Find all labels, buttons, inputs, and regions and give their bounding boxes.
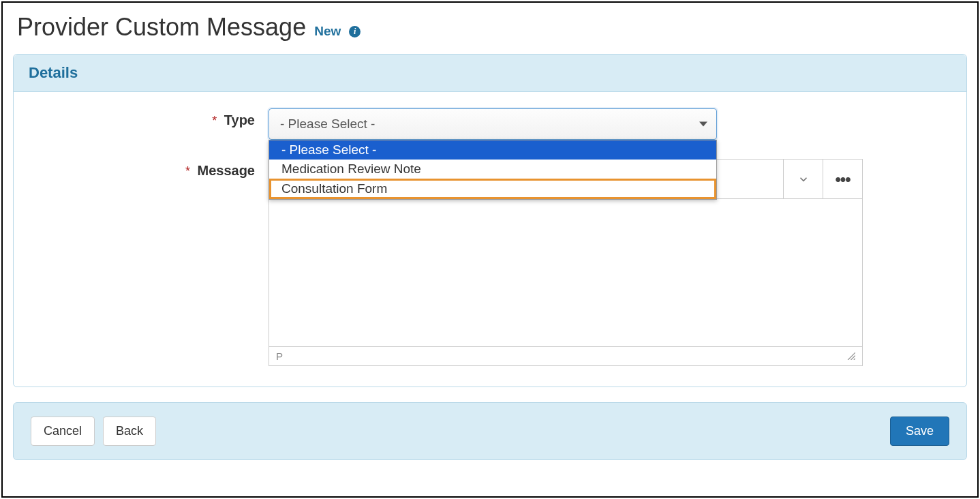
toolbar-more-button[interactable]: ••• bbox=[823, 160, 862, 198]
type-select-value: - Please Select - bbox=[280, 117, 375, 132]
type-dropdown-list: - Please Select - Medication Review Note… bbox=[269, 140, 717, 200]
type-option-consultation-form[interactable]: Consultation Form bbox=[269, 179, 716, 199]
panel-title: Details bbox=[29, 64, 78, 81]
editor-path: P bbox=[276, 350, 283, 362]
page-title: Provider Custom Message bbox=[17, 13, 306, 42]
save-button[interactable]: Save bbox=[890, 417, 949, 446]
page-header: Provider Custom Message New i bbox=[13, 13, 967, 42]
required-indicator: * bbox=[212, 114, 217, 127]
message-textarea[interactable] bbox=[269, 199, 862, 346]
type-row: * Type - Please Select - - Please Select… bbox=[29, 108, 951, 140]
required-indicator: * bbox=[185, 164, 190, 178]
info-icon[interactable]: i bbox=[349, 26, 361, 37]
type-select[interactable]: - Please Select - bbox=[269, 108, 717, 140]
action-button-bar: Cancel Back Save bbox=[13, 402, 967, 460]
type-option-please-select[interactable]: - Please Select - bbox=[269, 140, 716, 160]
details-panel: Details * Type - Please Select - - bbox=[13, 54, 967, 387]
chevron-down-icon bbox=[797, 173, 810, 185]
panel-header: Details bbox=[14, 55, 966, 92]
resize-handle-icon[interactable] bbox=[846, 350, 855, 362]
toolbar-expand-button[interactable] bbox=[783, 160, 823, 198]
message-label: Message bbox=[198, 163, 256, 178]
type-option-medication-review[interactable]: Medication Review Note bbox=[269, 160, 716, 179]
chevron-down-icon bbox=[699, 122, 707, 127]
cancel-button[interactable]: Cancel bbox=[31, 417, 95, 446]
ellipsis-icon: ••• bbox=[835, 170, 850, 189]
type-label: Type bbox=[224, 112, 255, 127]
back-button[interactable]: Back bbox=[103, 417, 156, 446]
svg-line-2 bbox=[854, 359, 855, 360]
status-new-label: New bbox=[314, 24, 341, 39]
editor-statusbar: P bbox=[269, 346, 862, 365]
